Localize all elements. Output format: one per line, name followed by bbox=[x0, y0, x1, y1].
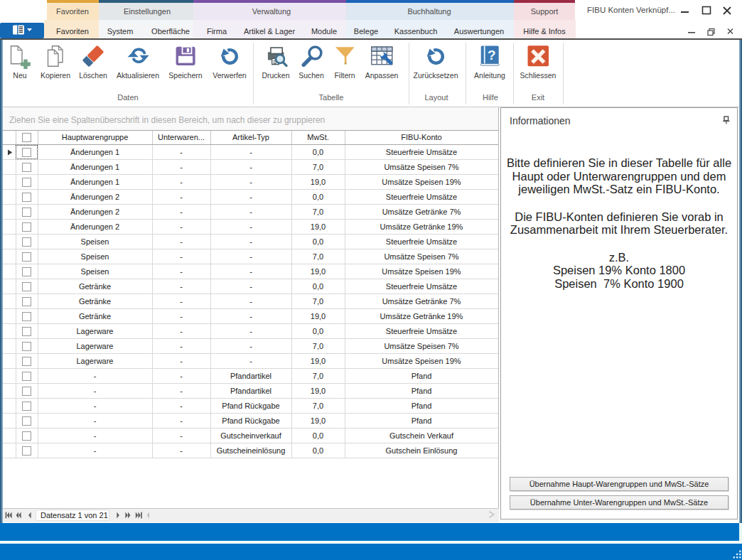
svg-text:?: ? bbox=[488, 48, 496, 63]
